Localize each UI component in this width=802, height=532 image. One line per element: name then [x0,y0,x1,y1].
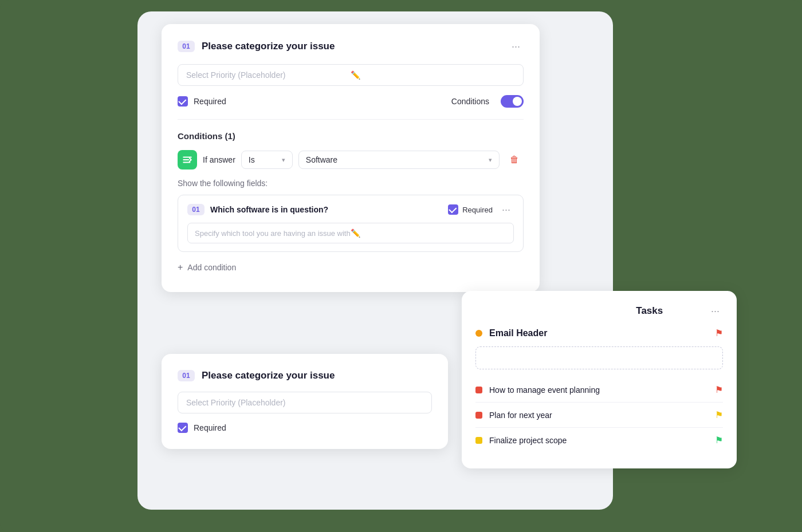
task-dot-yellow-3 [475,437,482,444]
task-dot-red-1 [475,387,482,393]
sub-required-row: Required [448,204,493,215]
task-item-1: How to manage event planning ⚑ [475,377,723,403]
orange-dot-icon [475,330,482,337]
sub-step-badge: 01 [187,204,205,215]
chevron-down-icon-2: ▾ [489,156,492,164]
conditions-toggle[interactable] [501,95,524,108]
sub-field: 01 Which software is in question? Requir… [178,195,524,252]
card2-required-checkbox[interactable] [178,423,188,433]
sub-field-more-button[interactable]: ··· [498,203,514,216]
required-row: Required Conditions [178,95,524,108]
tasks-card: Tasks ··· Email Header ⚑ How to manage e… [462,291,737,468]
condition-icon [178,150,197,170]
task-item-3: Finalize project scope ⚑ [475,428,723,452]
tasks-title: Tasks [592,305,708,317]
add-condition-label: Add condition [187,263,236,272]
card2-priority-placeholder: Select Priority (Placeholder) [186,398,423,407]
sub-input[interactable]: Specify which tool you are having an iss… [187,223,514,243]
add-condition-button[interactable]: + Add condition [178,259,524,276]
delete-condition-button[interactable]: 🗑 [505,152,524,167]
software-select[interactable]: Software ▾ [298,151,500,169]
primary-card: 01 Please categorize your issue ··· Sele… [162,24,540,292]
task-text-3: Finalize project scope [489,436,708,445]
divider-1 [178,119,524,120]
flag-icon-email: ⚑ [715,328,723,338]
task-item-2: Plan for next year ⚑ [475,403,723,428]
card2-title: Please categorize your issue [202,370,432,381]
card1-header: 01 Please categorize your issue ··· [178,40,524,53]
condition-row: If answer Is ▾ Software ▾ 🗑 [178,150,524,170]
task-text-1: How to manage event planning [489,385,708,395]
tasks-more-button[interactable]: ··· [707,305,723,317]
step-badge-2: 01 [178,370,195,381]
task-dot-red-2 [475,412,482,419]
flag-icon-1: ⚑ [715,384,723,395]
required-label: Required [194,97,226,106]
tasks-header: Tasks ··· [475,305,723,317]
chevron-down-icon: ▾ [282,156,285,164]
card1-more-button[interactable]: ··· [508,40,524,53]
screen: 01 Please categorize your issue ··· Sele… [0,0,802,532]
sub-field-title: Which software is in question? [210,205,442,214]
required-checkbox[interactable] [178,96,188,107]
plus-icon: + [178,262,183,273]
task-text-2: Plan for next year [489,411,708,420]
is-label: Is [249,155,255,164]
flag-icon-2: ⚑ [715,409,723,420]
email-header-row: Email Header ⚑ [475,328,723,338]
card2-header: 01 Please categorize your issue [178,370,432,381]
email-header-title: Email Header [489,328,708,338]
drop-area [475,346,723,369]
sub-required-label: Required [462,206,493,214]
sub-required-checkbox[interactable] [448,204,458,215]
card2-required-label: Required [194,423,226,432]
conditions-label: Conditions [451,97,489,106]
software-label: Software [306,155,337,164]
secondary-card: 01 Please categorize your issue Select P… [162,354,448,449]
card1-title: Please categorize your issue [202,41,501,52]
sub-field-header: 01 Which software is in question? Requir… [187,203,514,216]
is-select[interactable]: Is ▾ [241,151,293,169]
conditions-title: Conditions (1) [178,131,524,141]
priority-placeholder: Select Priority (Placeholder) [186,70,351,80]
card2-required-row: Required [178,423,432,433]
edit-icon[interactable]: ✏️ [351,70,515,80]
sub-input-placeholder: Specify which tool you are having an iss… [195,229,351,238]
priority-input[interactable]: Select Priority (Placeholder) ✏️ [178,64,524,86]
if-answer-label: If answer [203,155,235,164]
show-fields-label: Show the following fields: [178,179,524,188]
sub-edit-icon[interactable]: ✏️ [351,228,506,238]
flag-icon-3: ⚑ [715,435,723,446]
card2-priority-input[interactable]: Select Priority (Placeholder) [178,392,432,413]
step-badge-1: 01 [178,41,195,52]
